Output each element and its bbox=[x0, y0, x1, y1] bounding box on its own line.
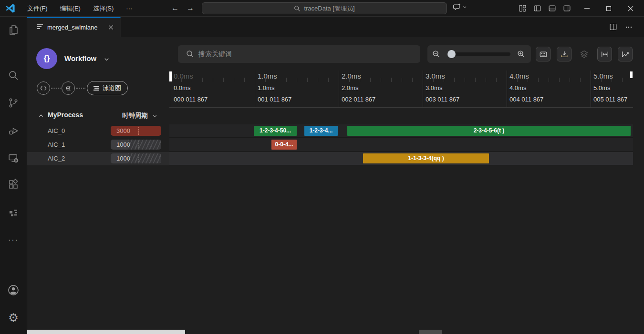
stack-icon bbox=[65, 85, 72, 91]
event-bar[interactable]: 1-1-3-3-4(qq ) bbox=[363, 153, 489, 163]
zoom-slider-thumb[interactable] bbox=[447, 50, 456, 58]
search-icon bbox=[8, 70, 19, 81]
ruler-minor-tick bbox=[486, 78, 486, 82]
swimlane-view-button[interactable]: 泳道图 bbox=[87, 81, 128, 95]
ruler-minor-tick bbox=[391, 78, 392, 82]
unit-selector-dropdown[interactable]: 时钟周期 bbox=[122, 111, 158, 120]
ruler-minor-tick bbox=[318, 78, 318, 82]
window-close-button[interactable] bbox=[620, 0, 642, 17]
lane-capacity-badge: 1000 bbox=[111, 153, 161, 163]
sidebar-item-search[interactable] bbox=[0, 64, 27, 87]
ruler-minor-tick bbox=[223, 78, 224, 82]
tab-bar: merged_swimlane bbox=[27, 17, 644, 37]
toggle-secondary-sidebar-icon[interactable] bbox=[561, 2, 573, 14]
lane-capacity-badge: 3000 bbox=[111, 126, 161, 136]
ruler-minor-tick bbox=[496, 78, 497, 82]
process-name[interactable]: MyProcess bbox=[48, 111, 83, 119]
zoom-in-icon[interactable] bbox=[517, 50, 525, 58]
sidebar-item-run-debug[interactable] bbox=[0, 119, 27, 142]
tab-label: merged_swimlane bbox=[47, 24, 98, 31]
ruler-minor-tick bbox=[517, 78, 518, 82]
workflow-chevron-down-icon[interactable] bbox=[103, 56, 110, 63]
horizontal-scrollbar-left[interactable] bbox=[27, 330, 185, 334]
layers-button[interactable] bbox=[577, 47, 592, 61]
editor-more-actions-icon[interactable] bbox=[623, 21, 635, 33]
menu-selection[interactable]: 选择(S) bbox=[87, 3, 120, 14]
nav-back-icon[interactable]: ← bbox=[169, 0, 181, 17]
fit-width-button[interactable] bbox=[597, 47, 612, 61]
menu-more[interactable]: ··· bbox=[120, 3, 138, 14]
copilot-chat-button[interactable] bbox=[452, 2, 467, 12]
customize-layout-icon[interactable] bbox=[516, 2, 529, 14]
ruler-time-label: 4.0ms bbox=[509, 84, 526, 91]
git-branch-icon bbox=[8, 97, 19, 109]
horizontal-scrollbar-right[interactable] bbox=[419, 330, 442, 334]
event-bar[interactable]: 1-2-3-4-50... bbox=[254, 126, 297, 136]
process-collapse-chevron-up-icon[interactable] bbox=[38, 112, 44, 119]
ruler-minor-tick bbox=[244, 78, 245, 82]
window-minimize-button[interactable] bbox=[576, 0, 598, 17]
ruler-cycle-label: 004 011 867 bbox=[509, 96, 543, 103]
ruler-minor-tick bbox=[622, 78, 623, 82]
event-bars-layer: 1-2-3-4-50...1-2-3-4...2-3-4-5-6(t )0-0-… bbox=[169, 124, 633, 166]
settings-gear-icon[interactable]: ⚙ bbox=[0, 306, 27, 329]
ruler-minor-tick bbox=[402, 78, 402, 82]
legend-panel-button[interactable] bbox=[536, 47, 551, 61]
search-placeholder: 搜索关键词 bbox=[198, 50, 232, 59]
download-button[interactable] bbox=[557, 47, 571, 61]
badge-threshold-dash bbox=[138, 127, 139, 135]
ruler-minor-tick bbox=[192, 78, 192, 82]
lane-name-label: AIC_2 bbox=[48, 152, 65, 165]
workflow-title[interactable]: Workflow bbox=[64, 54, 96, 62]
event-bar[interactable]: 2-3-4-5-6(t ) bbox=[347, 126, 631, 136]
ruler-minor-tick bbox=[297, 78, 297, 82]
legend-icon bbox=[539, 50, 548, 59]
ruler-minor-tick bbox=[213, 78, 213, 82]
menu-file[interactable]: 文件(F) bbox=[21, 3, 54, 14]
account-button[interactable] bbox=[0, 279, 27, 302]
zoom-slider-track[interactable] bbox=[447, 52, 510, 56]
toggle-panel-icon[interactable] bbox=[546, 2, 558, 14]
copilot-chat-icon bbox=[452, 2, 462, 12]
sidebar-item-more[interactable]: ··· bbox=[0, 229, 27, 252]
sidebar-item-trace-blocks[interactable] bbox=[0, 201, 27, 224]
sidebar-item-remote-explorer[interactable] bbox=[0, 147, 27, 170]
sidebar-item-source-control[interactable] bbox=[0, 91, 27, 114]
node-code-button[interactable] bbox=[37, 81, 50, 95]
menu-edit[interactable]: 编辑(E) bbox=[54, 3, 87, 14]
split-editor-icon[interactable] bbox=[607, 21, 619, 33]
ruler-gridline bbox=[507, 71, 507, 108]
badge-threshold-dash bbox=[138, 141, 139, 149]
timeline-ruler[interactable]: 0.0ms0.0ms000 011 8671.0ms1.0ms001 011 8… bbox=[169, 71, 633, 108]
tab-merged-swimlane[interactable]: merged_swimlane bbox=[27, 17, 121, 37]
ruler-major-label: 5.0ms bbox=[593, 72, 613, 80]
event-bar[interactable]: 0-0-4... bbox=[271, 140, 297, 150]
account-icon bbox=[7, 284, 20, 296]
workflow-avatar[interactable]: {} bbox=[36, 48, 57, 69]
ruler-minor-tick bbox=[601, 78, 602, 82]
ruler-minor-tick bbox=[549, 78, 549, 82]
tab-close-icon[interactable] bbox=[106, 22, 115, 32]
ruler-cycle-label: 003 011 867 bbox=[426, 96, 459, 103]
ruler-minor-tick bbox=[433, 78, 434, 82]
ruler-minor-tick bbox=[559, 78, 560, 82]
nav-forward-icon[interactable]: → bbox=[184, 0, 197, 17]
ruler-minor-tick bbox=[307, 78, 308, 82]
node-layers-button[interactable] bbox=[62, 81, 75, 95]
window-maximize-button[interactable] bbox=[598, 0, 620, 17]
node-connector bbox=[51, 88, 61, 89]
toggle-sidebar-icon[interactable] bbox=[531, 2, 543, 14]
timeline-search-input[interactable]: 搜索关键词 bbox=[178, 45, 420, 63]
sidebar-item-extensions[interactable] bbox=[0, 173, 27, 196]
zoom-out-icon[interactable] bbox=[432, 50, 440, 58]
ruler-minor-tick bbox=[570, 78, 570, 82]
sidebar-item-explorer[interactable] bbox=[0, 19, 27, 41]
chart-view-button[interactable] bbox=[618, 47, 633, 61]
code-icon bbox=[40, 85, 47, 91]
event-bar[interactable]: 1-2-3-4... bbox=[304, 126, 338, 136]
vscode-logo-icon bbox=[5, 3, 16, 14]
ruler-time-label: 3.0ms bbox=[426, 84, 442, 91]
ruler-time-label: 5.0ms bbox=[593, 84, 610, 91]
command-center-search[interactable]: traceData [管理员] bbox=[202, 2, 447, 14]
playhead-right-marker[interactable] bbox=[630, 71, 633, 78]
